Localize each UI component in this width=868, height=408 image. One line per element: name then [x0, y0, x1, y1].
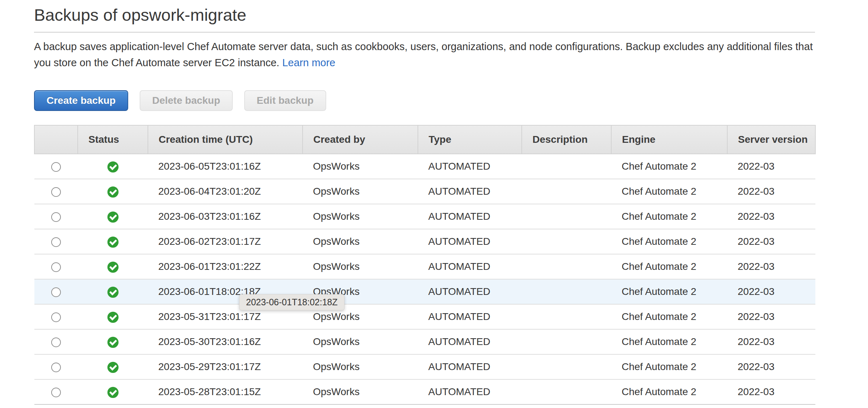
engine-cell: Chef Automate 2: [611, 179, 727, 204]
table-row[interactable]: 2023-05-28T23:01:15Z OpsWorks AUTOMATED …: [34, 379, 815, 404]
created-by-cell: OpsWorks: [303, 354, 418, 379]
green-circle-check-icon: [107, 161, 119, 173]
type-cell: AUTOMATED: [418, 329, 522, 354]
backup-actions-toolbar: Create backup Delete backup Edit backup: [34, 90, 815, 111]
description-cell: [522, 179, 611, 204]
column-header-engine: Engine: [611, 125, 727, 154]
select-cell: [34, 179, 78, 204]
description-cell: [522, 204, 611, 229]
engine-cell: Chef Automate 2: [611, 354, 727, 379]
server-version-cell: 2022-03: [727, 229, 815, 254]
select-cell: [34, 329, 78, 354]
creation-time-cell: 2023-06-03T23:01:16Z: [148, 204, 303, 229]
description-cell: [522, 379, 611, 404]
radio-icon[interactable]: [51, 262, 61, 272]
type-cell: AUTOMATED: [418, 379, 522, 404]
table-row[interactable]: 2023-06-01T18:02:18Z OpsWorks AUTOMATED …: [34, 279, 815, 304]
table-row[interactable]: 2023-06-02T23:01:17Z OpsWorks AUTOMATED …: [34, 229, 815, 254]
radio-icon[interactable]: [51, 363, 61, 372]
select-cell: [34, 279, 78, 304]
green-circle-check-icon: [107, 186, 119, 198]
description-cell: [522, 229, 611, 254]
create-backup-button[interactable]: Create backup: [34, 90, 128, 111]
engine-cell: Chef Automate 2: [611, 304, 727, 329]
select-cell: [34, 354, 78, 379]
radio-icon[interactable]: [51, 287, 61, 297]
table-header: Status Creation time (UTC) Created by Ty…: [34, 125, 815, 154]
table-row[interactable]: 2023-06-03T23:01:16Z OpsWorks AUTOMATED …: [34, 204, 815, 229]
status-cell: [78, 229, 148, 254]
type-cell: AUTOMATED: [418, 229, 522, 254]
select-cell: [34, 379, 78, 404]
select-cell: [34, 154, 78, 179]
server-version-cell: 2022-03: [727, 179, 815, 204]
page-title: Backups of opswork-migrate: [34, 0, 815, 33]
radio-icon[interactable]: [51, 187, 61, 197]
description-cell: [522, 329, 611, 354]
engine-cell: Chef Automate 2: [611, 279, 727, 304]
learn-more-link[interactable]: Learn more: [282, 57, 335, 68]
description-cell: [522, 154, 611, 179]
type-cell: AUTOMATED: [418, 354, 522, 379]
table-body: 2023-06-05T23:01:16Z OpsWorks AUTOMATED …: [34, 154, 815, 404]
green-circle-check-icon: [107, 312, 119, 323]
radio-icon[interactable]: [51, 237, 61, 247]
radio-icon[interactable]: [51, 312, 61, 322]
creation-time-cell: 2023-05-29T23:01:17Z: [148, 354, 303, 379]
server-version-cell: 2022-03: [727, 154, 815, 179]
radio-icon[interactable]: [51, 388, 61, 397]
column-header-description: Description: [522, 125, 611, 154]
green-circle-check-icon: [107, 212, 119, 223]
created-by-cell: OpsWorks: [303, 254, 418, 279]
table-row[interactable]: 2023-06-04T23:01:20Z OpsWorks AUTOMATED …: [34, 179, 815, 204]
created-by-cell: OpsWorks: [303, 329, 418, 354]
green-circle-check-icon: [107, 262, 119, 273]
type-cell: AUTOMATED: [418, 154, 522, 179]
engine-cell: Chef Automate 2: [611, 379, 727, 404]
select-cell: [34, 229, 78, 254]
status-cell: [78, 354, 148, 379]
radio-icon[interactable]: [51, 162, 61, 172]
select-cell: [34, 204, 78, 229]
type-cell: AUTOMATED: [418, 254, 522, 279]
type-cell: AUTOMATED: [418, 179, 522, 204]
description-cell: [522, 354, 611, 379]
edit-backup-button[interactable]: Edit backup: [244, 90, 326, 111]
backups-page: Backups of opswork-migrate A backup save…: [34, 0, 815, 405]
status-cell: [78, 329, 148, 354]
status-cell: [78, 204, 148, 229]
creation-time-cell: 2023-05-30T23:01:16Z: [148, 329, 303, 354]
column-header-type: Type: [418, 125, 522, 154]
table-row[interactable]: 2023-06-05T23:01:16Z OpsWorks AUTOMATED …: [34, 154, 815, 179]
engine-cell: Chef Automate 2: [611, 204, 727, 229]
server-version-cell: 2022-03: [727, 354, 815, 379]
server-version-cell: 2022-03: [727, 254, 815, 279]
delete-backup-button[interactable]: Delete backup: [140, 90, 233, 111]
table-row[interactable]: 2023-05-29T23:01:17Z OpsWorks AUTOMATED …: [34, 354, 815, 379]
column-header-server-version: Server version: [727, 125, 815, 154]
radio-icon[interactable]: [51, 337, 61, 347]
select-cell: [34, 254, 78, 279]
engine-cell: Chef Automate 2: [611, 229, 727, 254]
select-cell: [34, 304, 78, 329]
created-by-cell: OpsWorks: [303, 204, 418, 229]
table-row[interactable]: 2023-06-01T23:01:22Z OpsWorks AUTOMATED …: [34, 254, 815, 279]
status-cell: [78, 254, 148, 279]
creation-time-cell: 2023-05-28T23:01:15Z: [148, 379, 303, 404]
description-cell: [522, 304, 611, 329]
server-version-cell: 2022-03: [727, 304, 815, 329]
type-cell: AUTOMATED: [418, 304, 522, 329]
server-version-cell: 2022-03: [727, 329, 815, 354]
type-cell: AUTOMATED: [418, 204, 522, 229]
status-cell: [78, 179, 148, 204]
creation-time-cell: 2023-06-04T23:01:20Z: [148, 179, 303, 204]
description-text: A backup saves application-level Chef Au…: [34, 41, 813, 68]
green-circle-check-icon: [107, 337, 119, 348]
created-by-cell: OpsWorks: [303, 154, 418, 179]
created-by-cell: OpsWorks: [303, 379, 418, 404]
table-row[interactable]: 2023-05-30T23:01:16Z OpsWorks AUTOMATED …: [34, 329, 815, 354]
creation-time-cell: 2023-06-02T23:01:17Z: [148, 229, 303, 254]
status-cell: [78, 304, 148, 329]
table-row[interactable]: 2023-05-31T23:01:17Z OpsWorks AUTOMATED …: [34, 304, 815, 329]
radio-icon[interactable]: [51, 212, 61, 222]
